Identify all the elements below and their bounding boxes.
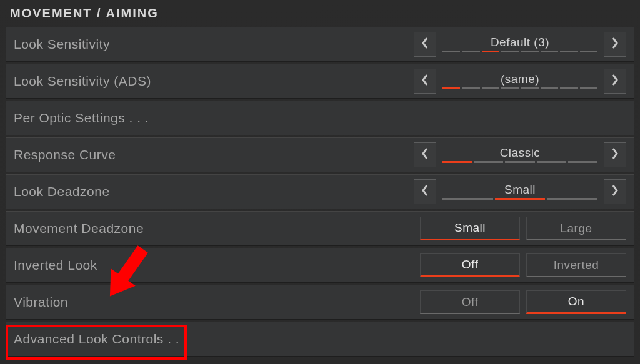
- row-movement-deadzone: Movement Deadzone SmallLarge: [6, 211, 634, 246]
- segment: [537, 161, 566, 163]
- value-text: Small: [504, 184, 536, 195]
- value-text: Default (3): [491, 36, 549, 48]
- segment: [568, 161, 598, 163]
- value-look-sensitivity-ads: (same): [440, 69, 600, 94]
- value-look-sensitivity: Default (3): [440, 32, 600, 57]
- segment: [442, 51, 460, 52]
- row-look-deadzone: Look Deadzone Small: [6, 174, 634, 209]
- chevron-left-icon: [421, 147, 429, 162]
- segment: [521, 51, 539, 52]
- segment: [541, 51, 558, 52]
- label-advanced-look: Advanced Look Controls . . .: [14, 332, 188, 347]
- segments: [440, 51, 600, 52]
- segment: [501, 51, 519, 52]
- toggle-option[interactable]: Large: [526, 217, 626, 240]
- segment: [482, 87, 499, 89]
- toggle-option[interactable]: On: [526, 290, 626, 314]
- segment: [505, 161, 534, 163]
- chevron-right-icon: [611, 74, 619, 89]
- segment: [442, 161, 472, 163]
- chevron-right-icon: [611, 184, 619, 199]
- segment: [560, 87, 578, 89]
- prev-button[interactable]: [414, 32, 436, 57]
- label-look-sensitivity: Look Sensitivity: [14, 37, 110, 52]
- section-title: MOVEMENT / AIMING: [6, 6, 634, 27]
- chevron-left-icon: [421, 184, 429, 199]
- segments: [440, 198, 600, 200]
- label-vibration: Vibration: [14, 295, 68, 310]
- segment: [580, 87, 598, 89]
- segment: [482, 51, 499, 52]
- prev-button[interactable]: [414, 69, 436, 94]
- toggle-vibration: OffOn: [420, 290, 626, 314]
- label-look-deadzone: Look Deadzone: [14, 184, 110, 199]
- segment: [580, 51, 598, 52]
- chevron-left-icon: [421, 37, 429, 52]
- label-response-curve: Response Curve: [14, 147, 116, 162]
- segment: [462, 51, 479, 52]
- controls-look-sensitivity-ads: (same): [414, 69, 626, 94]
- toggle-option[interactable]: Small: [420, 217, 520, 240]
- controls-look-deadzone: Small: [414, 179, 626, 204]
- controls-look-sensitivity: Default (3): [414, 32, 626, 57]
- segments: [440, 161, 600, 163]
- toggle-option[interactable]: Inverted: [526, 253, 626, 277]
- prev-button[interactable]: [414, 179, 436, 204]
- label-per-optic: Per Optic Settings . . .: [14, 111, 149, 125]
- toggle-inverted-look: OffInverted: [420, 253, 626, 277]
- value-look-deadzone: Small: [440, 179, 600, 204]
- row-per-optic-settings[interactable]: Per Optic Settings . . .: [6, 101, 634, 135]
- row-look-sensitivity: Look Sensitivity Default (3): [6, 27, 634, 62]
- controls-response-curve: Classic: [414, 142, 626, 167]
- label-movement-deadzone: Movement Deadzone: [14, 221, 144, 236]
- value-text: Classic: [500, 147, 541, 159]
- settings-rows: Look Sensitivity Default (3) Look Sensit…: [6, 27, 634, 357]
- segment: [462, 87, 479, 89]
- next-button[interactable]: [604, 179, 626, 204]
- segment: [547, 198, 598, 200]
- toggle-option[interactable]: Off: [420, 253, 520, 277]
- segment: [541, 87, 558, 89]
- segment: [442, 198, 493, 200]
- chevron-left-icon: [421, 74, 429, 89]
- segment: [474, 161, 503, 163]
- value-response-curve: Classic: [440, 142, 600, 167]
- segment: [521, 87, 539, 89]
- row-look-sensitivity-ads: Look Sensitivity (ADS) (same): [6, 64, 634, 99]
- value-text: (same): [501, 73, 539, 85]
- label-inverted-look: Inverted Look: [14, 258, 98, 273]
- row-vibration: Vibration OffOn: [6, 285, 634, 320]
- row-inverted-look: Inverted Look OffInverted: [6, 248, 634, 283]
- segment: [560, 51, 578, 52]
- segment: [501, 87, 519, 89]
- segments: [440, 87, 600, 89]
- row-advanced-look-controls[interactable]: Advanced Look Controls . . .: [6, 322, 634, 357]
- next-button[interactable]: [604, 142, 626, 167]
- segment: [495, 198, 546, 200]
- row-response-curve: Response Curve Classic: [6, 137, 634, 172]
- chevron-right-icon: [611, 37, 619, 52]
- toggle-option[interactable]: Off: [420, 290, 520, 314]
- next-button[interactable]: [604, 32, 626, 57]
- settings-panel: MOVEMENT / AIMING Look Sensitivity Defau…: [0, 0, 640, 364]
- toggle-movement-deadzone: SmallLarge: [420, 217, 626, 240]
- prev-button[interactable]: [414, 142, 436, 167]
- segment: [442, 87, 460, 89]
- label-look-sensitivity-ads: Look Sensitivity (ADS): [14, 74, 151, 89]
- next-button[interactable]: [604, 69, 626, 94]
- chevron-right-icon: [611, 147, 619, 162]
